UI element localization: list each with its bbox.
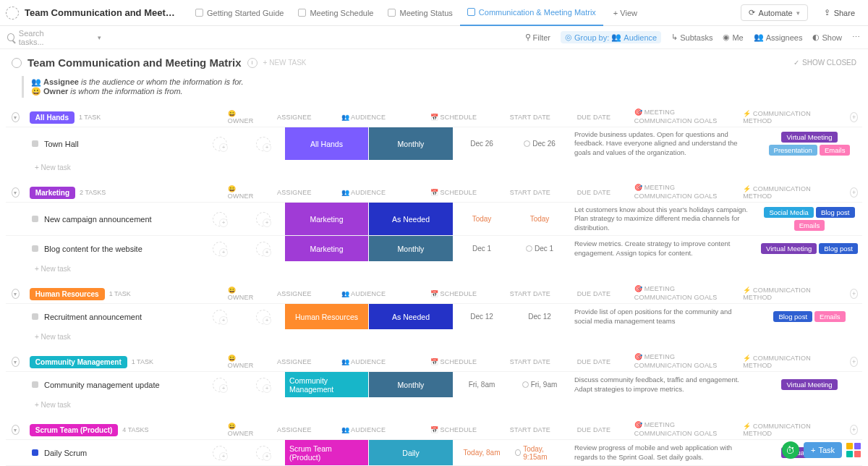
collapse-icon[interactable]: ▾ [12,112,20,122]
col-schedule[interactable]: 📅 SCHEDULE [412,289,495,299]
group-badge[interactable]: All Hands [30,111,75,124]
add-assignee-icon[interactable] [256,212,271,226]
owner-cell[interactable] [198,304,242,329]
schedule-cell[interactable]: Monthly [369,236,453,261]
col-schedule[interactable]: 📅 SCHEDULE [412,112,495,122]
start-date-cell[interactable]: Today, 8am [453,440,511,465]
add-owner-icon[interactable] [213,378,227,392]
add-assignee-icon[interactable] [256,137,271,151]
task-row[interactable]: New campaign announcement Marketing As N… [6,202,862,235]
col-audience[interactable]: 👥 AUDIENCE [322,357,406,367]
schedule-cell[interactable]: Monthly [369,372,453,397]
col-goals[interactable]: 🎯 MEETING COMMUNICATION GOALS [629,282,733,305]
tab-communication-meeting-matrix[interactable]: Communication & Meeting Matrix [460,0,603,26]
method-pill[interactable]: Virtual Meeting [781,132,837,143]
automate-button[interactable]: ⟳ Automate ▾ [741,4,808,21]
col-assignee[interactable]: ASSIGNEE [273,357,316,367]
me-button[interactable]: ◉ Me [723,33,743,42]
method-pill[interactable]: Blog post [773,311,812,322]
new-task-row[interactable]: + New task [6,397,862,416]
col-assignee[interactable]: ASSIGNEE [273,289,316,299]
group-badge[interactable]: Marketing [30,187,75,199]
add-column-button[interactable]: + [850,112,858,122]
audience-cell[interactable]: Community Management [285,372,369,397]
assignees-button[interactable]: 👥 Assignees [754,33,803,42]
schedule-cell[interactable]: As Needed [369,304,453,329]
add-column-button[interactable]: + [850,357,858,367]
method-pill[interactable]: Virtual Meeting [781,379,837,390]
subtasks-button[interactable]: ↳ Subtasks [671,33,712,42]
assignee-cell[interactable] [242,236,285,261]
col-start[interactable]: START DATE [501,425,559,435]
method-cell[interactable]: Blog postEmails [757,304,862,329]
group-by-button[interactable]: ◎ Group by: 👥 Audience [561,31,661,43]
new-task-fab[interactable]: + Task [804,442,842,458]
audience-cell[interactable]: Scrum Team (Product) [285,440,369,465]
owner-cell[interactable] [198,203,242,235]
method-pill[interactable]: Blog post [816,207,855,218]
assignee-cell[interactable] [242,127,285,160]
share-button[interactable]: ⇪ Share [817,5,862,20]
col-assignee[interactable]: ASSIGNEE [273,187,316,198]
col-assignee[interactable]: ASSIGNEE [273,425,316,435]
add-owner-icon[interactable] [213,212,227,226]
status-square-icon[interactable] [32,216,38,222]
assignee-cell[interactable] [242,372,285,397]
owner-cell[interactable] [198,127,242,160]
owner-cell[interactable] [198,440,242,465]
owner-cell[interactable] [198,236,242,261]
schedule-cell[interactable]: Monthly [369,127,453,160]
info-icon[interactable]: i [247,58,258,68]
task-row[interactable]: Community management update Community Ma… [6,371,862,397]
col-schedule[interactable]: 📅 SCHEDULE [412,187,495,198]
tab-meeting-schedule[interactable]: Meeting Schedule [291,0,380,26]
method-pill[interactable]: Emails [820,145,851,156]
assignee-cell[interactable] [242,203,285,235]
method-pill[interactable]: Presentation [769,145,817,156]
col-audience[interactable]: 👥 AUDIENCE [322,187,406,198]
col-owner[interactable]: 😀 OWNER [224,285,267,302]
assignee-cell[interactable] [242,440,285,465]
new-task-row[interactable]: + New task [6,160,862,179]
audience-cell[interactable]: Marketing [285,203,369,235]
task-row[interactable]: Town Hall All Hands Monthly Dec 26 Dec 2… [6,127,862,160]
status-square-icon[interactable] [32,140,38,147]
col-method[interactable]: ⚡ COMMUNICATION METHOD [739,285,844,302]
col-start[interactable]: START DATE [501,289,559,299]
method-cell[interactable]: Social MediaBlog postEmails [757,203,862,235]
collapse-icon[interactable]: ▾ [12,357,20,367]
filter-button[interactable]: ⚲ Filter [525,33,550,42]
new-task-button[interactable]: + NEW TASK [263,59,307,67]
show-button[interactable]: ◐ Show [812,33,842,42]
add-assignee-icon[interactable] [256,446,271,460]
col-audience[interactable]: 👥 AUDIENCE [322,289,406,299]
method-cell[interactable]: Virtual MeetingBlog post [757,236,862,261]
col-goals[interactable]: 🎯 MEETING COMMUNICATION GOALS [629,106,733,128]
due-date-cell[interactable]: Dec 26 [511,127,569,160]
add-assignee-icon[interactable] [256,310,271,324]
col-schedule[interactable]: 📅 SCHEDULE [412,357,495,367]
col-audience[interactable]: 👥 AUDIENCE [322,425,406,435]
method-cell[interactable]: Virtual MeetingPresentationEmails [757,127,862,160]
method-pill[interactable]: Virtual Meeting [761,243,817,254]
col-schedule[interactable]: 📅 SCHEDULE [412,425,495,435]
col-owner[interactable]: 😀 OWNER [224,184,267,201]
method-pill[interactable]: Emails [814,311,846,322]
start-date-cell[interactable]: Dec 12 [453,304,511,329]
schedule-cell[interactable]: As Needed [369,203,453,235]
col-owner[interactable]: 😀 OWNER [224,421,267,439]
add-owner-icon[interactable] [213,446,227,460]
task-row[interactable]: Blog content for the website Marketing M… [6,235,862,261]
task-name-cell[interactable]: Blog content for the website [6,236,198,261]
new-task-row[interactable]: + New task [6,329,862,348]
due-date-cell[interactable]: Dec 12 [511,304,569,329]
schedule-cell[interactable]: Daily [369,440,453,465]
col-method[interactable]: ⚡ COMMUNICATION METHOD [739,109,844,126]
status-square-icon[interactable] [32,381,38,388]
col-owner[interactable]: 😀 OWNER [224,109,267,126]
add-owner-icon[interactable] [213,242,227,256]
add-column-button[interactable]: + [850,187,858,198]
group-badge[interactable]: Human Resources [30,288,105,300]
due-date-cell[interactable]: Today, 9:15am [511,440,569,465]
audience-cell[interactable]: Human Resources [285,304,369,329]
